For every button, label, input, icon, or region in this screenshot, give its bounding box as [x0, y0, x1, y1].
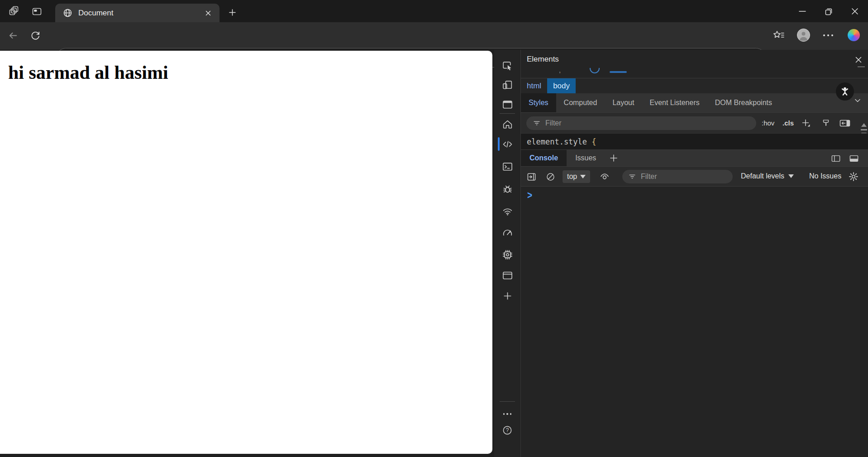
breadcrumb-html[interactable]: html — [521, 78, 547, 93]
active-panel-indicator — [498, 137, 500, 151]
accessibility-person-icon — [839, 86, 851, 97]
more-dots-icon — [503, 413, 505, 415]
tab-bar: Document — [0, 0, 868, 22]
application-panel-button[interactable] — [494, 266, 520, 284]
performance-panel-button[interactable] — [494, 224, 520, 242]
inspector-tab-bar: Styles Computed Layout Event Listeners D… — [521, 93, 868, 112]
svg-text:?: ? — [506, 427, 509, 433]
live-expression-eye-icon[interactable] — [599, 171, 610, 182]
tab-close-button[interactable] — [203, 8, 213, 18]
default-levels-label: Default levels — [741, 172, 784, 180]
dom-tree-clipped-row[interactable]: , — [521, 68, 868, 78]
restore-button[interactable] — [816, 0, 842, 22]
styles-toolbar: :hov .cls — [521, 112, 868, 133]
rule-open-brace: { — [591, 137, 596, 146]
issues-counter[interactable]: No Issues — [809, 172, 841, 180]
window-controls — [789, 0, 868, 22]
console-sidebar-toggle-icon[interactable] — [525, 171, 537, 182]
new-tab-button[interactable] — [226, 6, 238, 19]
tab-actions-button[interactable] — [30, 5, 43, 18]
devtools-more-button[interactable] — [494, 405, 520, 423]
browser-window: Document — [0, 0, 868, 457]
dom-breadcrumb: html body — [521, 78, 868, 93]
tab-layout[interactable]: Layout — [605, 93, 642, 112]
styles-scrollbar-up[interactable] — [861, 115, 867, 124]
console-context-selector[interactable]: top — [563, 170, 590, 183]
rule-selector: element.style — [527, 137, 587, 146]
tab-dom-breakpoints[interactable]: DOM Breakpoints — [707, 93, 780, 112]
elements-panel-button[interactable] — [494, 135, 520, 153]
browser-window-button[interactable] — [494, 96, 520, 114]
accessibility-assistant-button[interactable] — [836, 82, 854, 101]
copilot-button[interactable] — [846, 28, 861, 42]
drawer-expand-panel-icon[interactable] — [849, 153, 859, 164]
favorites-button[interactable] — [772, 28, 786, 43]
default-levels-dropdown[interactable]: Default levels — [741, 172, 794, 180]
styles-filter-pill[interactable] — [526, 116, 756, 130]
copilot-icon — [848, 29, 860, 41]
drawer-sidebar-panel-icon[interactable] — [830, 153, 841, 164]
avatar-icon — [797, 29, 810, 42]
drawer-tab-bar: Console Issues — [521, 149, 868, 166]
context-dropdown-icon — [580, 175, 586, 178]
devtools-close-button[interactable] — [853, 54, 864, 65]
home-panel-button[interactable] — [494, 115, 520, 134]
tab-event-listeners[interactable]: Event Listeners — [642, 93, 707, 112]
page-heading: hi sarmad al hasimi — [8, 62, 168, 83]
more-menu-button[interactable] — [821, 31, 835, 39]
console-filter-funnel-icon — [628, 173, 636, 181]
drawer-tab-issues[interactable]: Issues — [567, 150, 605, 166]
activity-bar-separator-bottom — [500, 401, 515, 402]
back-button[interactable] — [5, 28, 20, 43]
new-style-rule-button[interactable] — [801, 118, 811, 129]
filter-funnel-icon — [533, 119, 541, 127]
drawer-add-tab-button[interactable] — [605, 150, 623, 166]
clear-console-icon[interactable] — [544, 171, 556, 182]
class-toggle[interactable]: .cls — [782, 119, 794, 127]
rendering-brush-icon[interactable] — [820, 118, 831, 129]
console-toolbar: top Default l — [521, 166, 868, 186]
inspect-element-button[interactable] — [494, 57, 520, 75]
more-tabs-chevron-icon[interactable] — [852, 95, 863, 106]
memory-panel-button[interactable] — [494, 245, 520, 264]
computed-sidebar-toggle-icon[interactable] — [839, 118, 851, 129]
devtools-panel: Elements , html b — [520, 50, 868, 457]
tab-styles[interactable]: Styles — [521, 93, 556, 112]
tab-computed[interactable]: Computed — [556, 93, 605, 112]
browser-tab[interactable]: Document — [55, 4, 219, 22]
pseudo-state-toggle[interactable]: :hov — [762, 119, 774, 127]
console-filter-pill[interactable] — [622, 170, 733, 183]
console-panel-button[interactable] — [494, 158, 520, 176]
ellipsis-icon — [823, 34, 825, 36]
more-tools-button[interactable] — [494, 287, 520, 305]
styles-scrollbar-thumb[interactable] — [861, 129, 867, 130]
web-page: hi sarmad al hasimi — [0, 51, 492, 454]
device-emulation-button[interactable] — [494, 76, 520, 94]
context-label: top — [567, 173, 577, 181]
console-filter-input[interactable] — [640, 172, 733, 181]
console-log-area[interactable]: > — [521, 186, 868, 457]
workspaces-button[interactable] — [7, 5, 21, 18]
levels-dropdown-icon — [788, 174, 794, 178]
window-close-button[interactable] — [842, 0, 868, 22]
breadcrumb-body[interactable]: body — [547, 78, 576, 93]
activity-bar-separator — [500, 113, 515, 114]
refresh-button[interactable] — [28, 28, 43, 43]
console-prompt-chevron[interactable]: > — [527, 189, 532, 202]
network-panel-button[interactable] — [494, 202, 520, 220]
globe-favicon-icon — [62, 8, 73, 18]
devtools-help-button[interactable]: ? — [494, 421, 520, 439]
sources-debug-button[interactable] — [494, 180, 520, 198]
element-style-rule[interactable]: element.style { — [521, 133, 868, 149]
console-settings-gear-icon[interactable] — [848, 171, 859, 183]
devtools-activity-bar: ? — [494, 50, 520, 457]
workspaces-icon — [8, 5, 20, 17]
profile-avatar[interactable] — [796, 27, 811, 43]
devtools-header: Elements — [521, 50, 868, 68]
styles-filter-input[interactable] — [544, 119, 756, 128]
minimize-button[interactable] — [789, 0, 816, 22]
tab-actions-icon — [31, 6, 43, 17]
devtools-panel-title: Elements — [527, 55, 559, 64]
browser-toolbar: 127.0.0.1:5500/index.html — [0, 22, 868, 50]
drawer-tab-console[interactable]: Console — [521, 150, 567, 166]
